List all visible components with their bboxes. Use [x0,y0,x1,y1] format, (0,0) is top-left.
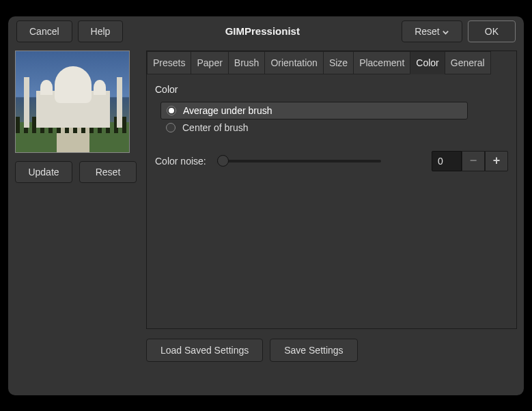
reset-button-label: Reset [415,26,440,37]
chevron-down-icon [442,27,449,35]
radio-icon [166,123,176,132]
reset-dropdown-button[interactable]: Reset [402,20,462,42]
radio-label: Center of brush [182,122,249,133]
color-section-title: Color [155,84,508,95]
tab-placement[interactable]: Placement [353,51,410,74]
tabs-panel: Presets Paper Brush Orientation Size Pla… [146,51,517,329]
radio-icon [167,106,176,115]
preview-image [15,51,130,153]
tab-brush[interactable]: Brush [228,51,266,74]
color-noise-label: Color noise: [155,156,206,167]
tab-content-color: Color Average under brush Center of brus… [147,74,516,328]
tab-size[interactable]: Size [323,51,354,74]
dialog-title: GIMPressionist [225,25,300,37]
color-noise-input[interactable] [432,151,462,171]
slider-thumb[interactable] [217,155,229,167]
minus-icon: − [470,154,477,168]
color-noise-slider[interactable] [217,160,381,162]
tab-general[interactable]: General [445,51,491,74]
titlebar: Cancel Help GIMPressionist Reset OK [14,22,518,48]
load-saved-settings-button[interactable]: Load Saved Settings [146,339,263,362]
radio-label: Average under brush [183,105,272,116]
tab-paper[interactable]: Paper [191,51,228,74]
help-button[interactable]: Help [78,20,124,42]
plus-icon: + [493,154,501,168]
preview-reset-button[interactable]: Reset [79,161,137,183]
radio-center-of-brush[interactable]: Center of brush [160,119,508,136]
cancel-button[interactable]: Cancel [16,20,72,42]
ok-button[interactable]: OK [468,20,516,42]
radio-average-under-brush[interactable]: Average under brush [160,102,468,119]
tab-color[interactable]: Color [410,51,445,74]
tabs-row: Presets Paper Brush Orientation Size Pla… [147,51,516,74]
increment-button[interactable]: + [485,151,508,171]
update-button[interactable]: Update [15,161,72,183]
tab-presets[interactable]: Presets [147,51,191,74]
gimpressionist-dialog: Cancel Help GIMPressionist Reset OK [8,16,524,395]
decrement-button[interactable]: − [462,151,485,171]
save-settings-button[interactable]: Save Settings [270,339,357,362]
tab-orientation[interactable]: Orientation [264,51,323,74]
